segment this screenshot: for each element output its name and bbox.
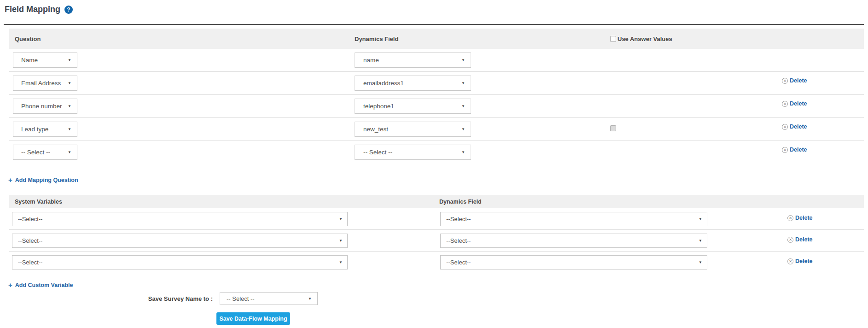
dynamics-field-select-value: telephone1 [363, 103, 394, 110]
question-select-value: Lead type [21, 126, 48, 133]
delete-label: Delete [790, 123, 807, 130]
dynamics-field-select-value: name [363, 57, 379, 64]
delete-label: Delete [790, 100, 807, 107]
dynamics-field-select[interactable]: --Select-- ▼ [440, 234, 707, 248]
use-answer-values-row-checkbox[interactable] [610, 125, 616, 131]
question-select-value: Name [21, 57, 38, 64]
dynamics-field-select-value: --Select-- [446, 216, 471, 223]
save-data-flow-mapping-button[interactable]: Save Data-Flow Mapping [216, 312, 290, 325]
question-select-value: Phone number [21, 103, 62, 110]
question-select[interactable]: -- Select -- ▼ [13, 145, 77, 160]
add-custom-variable-label: Add Custom Variable [15, 282, 73, 288]
mapping-row: Lead type ▼ new_test ▼ ✕ Delete [9, 118, 864, 141]
chevron-down-icon: ▼ [339, 239, 343, 243]
question-select[interactable]: Name ▼ [13, 53, 77, 68]
delete-label: Delete [795, 215, 813, 221]
delete-icon: ✕ [782, 101, 788, 107]
delete-icon: ✕ [787, 258, 793, 264]
question-select[interactable]: Phone number ▼ [13, 99, 77, 114]
question-select-value: Email Address [21, 80, 61, 87]
delete-icon: ✕ [787, 237, 793, 243]
dashed-divider [4, 308, 864, 308]
question-select[interactable]: Lead type ▼ [13, 122, 77, 137]
dynamics-field-select[interactable]: --Select-- ▼ [440, 255, 707, 269]
chevron-down-icon: ▼ [68, 81, 71, 85]
chevron-down-icon: ▼ [68, 127, 71, 131]
dynamics-field-select[interactable]: emailaddress1 ▼ [355, 76, 471, 91]
column-header-system-variables: System Variables [15, 195, 62, 208]
save-survey-name-select[interactable]: -- Select -- ▼ [220, 292, 318, 305]
delete-link[interactable]: ✕ Delete [787, 215, 813, 221]
delete-label: Delete [795, 258, 813, 264]
dynamics-field-select[interactable]: --Select-- ▼ [440, 212, 707, 226]
dynamics-field-select-value: --Select-- [446, 259, 471, 266]
chevron-down-icon: ▼ [699, 260, 702, 264]
delete-label: Delete [790, 146, 807, 153]
delete-link[interactable]: ✕ Delete [787, 258, 813, 264]
mapping-row: -- Select -- ▼ -- Select -- ▼ ✕ Delete [9, 141, 864, 164]
system-variables-table: System Variables Dynamics Field --Select… [9, 195, 864, 273]
mapping-row: Email Address ▼ emailaddress1 ▼ ✕ Delete [9, 72, 864, 95]
chevron-down-icon: ▼ [461, 127, 465, 131]
page-title: Field Mapping [5, 5, 60, 14]
add-custom-variable-link[interactable]: + Add Custom Variable [8, 282, 73, 288]
system-variable-row: --Select-- ▼ --Select-- ▼ ✕ Delete [9, 230, 864, 252]
use-answer-values-label: Use Answer Values [618, 35, 672, 42]
system-variable-select[interactable]: --Select-- ▼ [12, 255, 348, 269]
delete-icon: ✕ [787, 215, 793, 221]
question-mapping-table: Question Dynamics Field Use Answer Value… [9, 29, 864, 164]
system-variable-row: --Select-- ▼ --Select-- ▼ ✕ Delete [9, 208, 864, 230]
column-header-dynamics-field: Dynamics Field [355, 29, 398, 49]
dynamics-field-select-value: -- Select -- [363, 149, 392, 156]
delete-label: Delete [795, 236, 813, 243]
chevron-down-icon: ▼ [308, 297, 312, 301]
column-header-dynamics-field: Dynamics Field [439, 195, 482, 208]
dynamics-field-select[interactable]: name ▼ [355, 53, 471, 68]
chevron-down-icon: ▼ [699, 217, 702, 221]
question-select-value: -- Select -- [21, 149, 50, 156]
column-header-question: Question [15, 29, 41, 49]
delete-icon: ✕ [782, 78, 788, 84]
plus-icon: + [8, 177, 12, 183]
column-header-use-answer-values: Use Answer Values [610, 29, 672, 49]
help-icon[interactable]: ? [64, 6, 73, 14]
system-variable-row: --Select-- ▼ --Select-- ▼ ✕ Delete [9, 252, 864, 273]
chevron-down-icon: ▼ [461, 58, 465, 62]
delete-link[interactable]: ✕ Delete [782, 77, 807, 84]
mapping-row: Name ▼ name ▼ [9, 49, 864, 72]
mapping-row: Phone number ▼ telephone1 ▼ ✕ Delete [9, 95, 864, 118]
plus-icon: + [8, 282, 12, 288]
use-answer-values-checkbox[interactable] [610, 36, 616, 42]
dynamics-field-select[interactable]: new_test ▼ [355, 122, 471, 137]
system-variable-select-value: --Select-- [18, 216, 42, 223]
dynamics-field-select[interactable]: telephone1 ▼ [355, 99, 471, 114]
delete-icon: ✕ [782, 124, 788, 130]
delete-label: Delete [790, 77, 807, 84]
field-mapping-page: Field Mapping ? Question Dynamics Field … [0, 0, 868, 328]
system-variable-select[interactable]: --Select-- ▼ [12, 234, 348, 248]
save-survey-name-select-value: -- Select -- [227, 295, 255, 302]
page-header: Field Mapping ? [5, 5, 73, 14]
question-select[interactable]: Email Address ▼ [13, 76, 77, 91]
delete-link[interactable]: ✕ Delete [782, 123, 807, 130]
system-table-header: System Variables Dynamics Field [9, 195, 864, 208]
dynamics-field-select-value: new_test [363, 126, 388, 133]
dynamics-field-select-value: emailaddress1 [363, 80, 404, 87]
chevron-down-icon: ▼ [461, 150, 465, 154]
question-table-header: Question Dynamics Field Use Answer Value… [9, 29, 864, 49]
delete-link[interactable]: ✕ Delete [782, 146, 807, 153]
chevron-down-icon: ▼ [68, 104, 71, 108]
system-variable-select-value: --Select-- [18, 259, 42, 266]
chevron-down-icon: ▼ [68, 58, 71, 62]
chevron-down-icon: ▼ [461, 81, 465, 85]
save-survey-name-label: Save Survey Name to : [131, 295, 213, 302]
delete-link[interactable]: ✕ Delete [782, 100, 807, 107]
system-variable-select-value: --Select-- [18, 237, 42, 244]
dynamics-field-select[interactable]: -- Select -- ▼ [355, 145, 471, 160]
chevron-down-icon: ▼ [339, 217, 343, 221]
system-variable-select[interactable]: --Select-- ▼ [12, 212, 348, 226]
chevron-down-icon: ▼ [68, 150, 71, 154]
add-mapping-question-link[interactable]: + Add Mapping Question [8, 177, 78, 183]
delete-link[interactable]: ✕ Delete [787, 236, 813, 243]
chevron-down-icon: ▼ [339, 260, 343, 264]
